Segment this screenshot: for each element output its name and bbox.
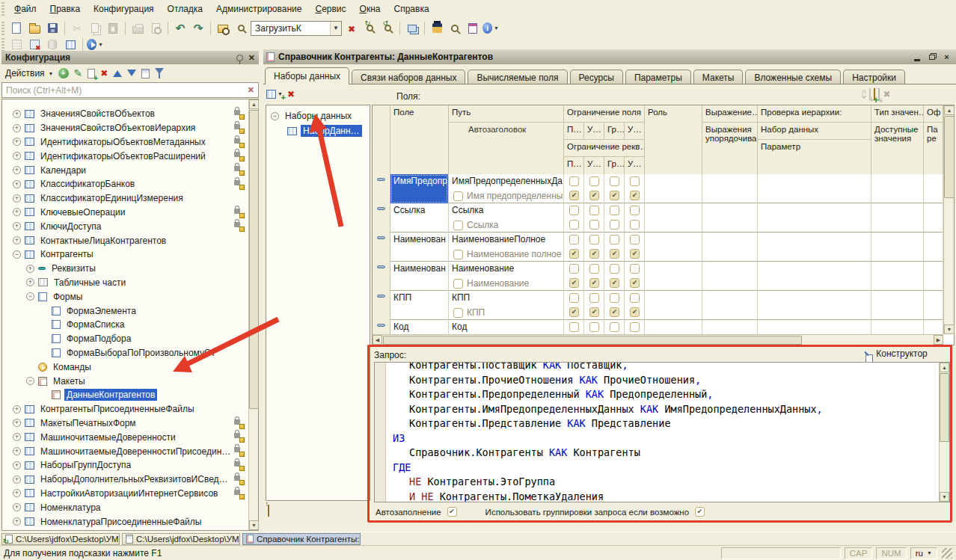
scroll-up-icon[interactable]: ▲ bbox=[944, 105, 955, 115]
empty-cell[interactable] bbox=[645, 262, 702, 291]
find-next-button[interactable] bbox=[361, 20, 378, 37]
config-tree-item[interactable]: ФормаВыбораПоПроизвольномуОт bbox=[2, 346, 258, 360]
column-header-path[interactable]: Путь bbox=[449, 105, 564, 123]
column-header-u2[interactable]: У… bbox=[625, 123, 645, 140]
attr-restriction-checkbox[interactable] bbox=[569, 278, 579, 288]
auto-title-checkbox[interactable] bbox=[453, 250, 463, 259]
find-prev-button[interactable] bbox=[379, 20, 396, 37]
column-header-attr-restriction[interactable]: Ограничение рекв… bbox=[564, 140, 645, 157]
tab-Макеты[interactable]: Макеты bbox=[693, 70, 744, 84]
add-dataset-button[interactable]: + ▼ bbox=[266, 90, 283, 99]
about-button[interactable]: i▼ bbox=[482, 20, 499, 37]
syntax-check-button[interactable] bbox=[447, 20, 463, 37]
column-header-p2[interactable]: П… bbox=[564, 157, 584, 174]
empty-cell[interactable] bbox=[871, 262, 924, 291]
expand-icon[interactable]: + bbox=[13, 461, 21, 470]
field-cell[interactable]: Код bbox=[390, 320, 449, 334]
config-tree-item[interactable]: +КлассификаторБанков bbox=[2, 177, 258, 191]
add-folder-button[interactable] bbox=[874, 89, 875, 99]
scroll-up-icon[interactable]: ▲ bbox=[249, 99, 259, 109]
column-header-expression[interactable]: Выражение… bbox=[702, 105, 758, 123]
auto-title-checkbox[interactable] bbox=[453, 279, 463, 289]
empty-cell[interactable] bbox=[924, 291, 943, 320]
expand-icon[interactable]: + bbox=[13, 110, 21, 118]
clear-search-button[interactable] bbox=[343, 20, 360, 37]
config-tree-item[interactable]: +НоменклатураПрисоединенныеФайлы bbox=[2, 514, 258, 529]
column-header-field[interactable]: Поле bbox=[390, 105, 449, 174]
empty-cell[interactable] bbox=[871, 174, 924, 203]
config-tree-item[interactable]: −Макеты bbox=[2, 374, 258, 388]
config-tree-item[interactable]: +Календари bbox=[2, 163, 258, 177]
field-restriction-checkbox[interactable] bbox=[610, 206, 619, 215]
config-tree-item[interactable]: +НаборыГруппДоступа bbox=[2, 458, 258, 473]
column-header-u3[interactable]: У… bbox=[584, 157, 604, 174]
filter-button[interactable] bbox=[155, 68, 164, 79]
column-header-u[interactable]: У… bbox=[584, 123, 604, 140]
empty-cell[interactable] bbox=[924, 233, 943, 262]
fields-table-hscrollbar[interactable]: ◀ ▶ bbox=[373, 334, 943, 345]
help-book-button[interactable] bbox=[465, 20, 481, 37]
move-up-button[interactable] bbox=[113, 70, 122, 77]
empty-cell[interactable] bbox=[871, 233, 924, 262]
expand-icon[interactable]: + bbox=[26, 278, 34, 286]
empty-cell[interactable] bbox=[702, 262, 758, 291]
collapse-icon[interactable]: − bbox=[26, 377, 34, 385]
menu-Справка[interactable]: Справка bbox=[387, 1, 435, 16]
expand-icon[interactable]: + bbox=[13, 194, 21, 203]
expand-icon[interactable]: + bbox=[13, 447, 21, 455]
field-restriction-checkbox[interactable] bbox=[610, 176, 619, 186]
attr-restriction-checkbox[interactable] bbox=[569, 307, 579, 317]
minimize-button[interactable] bbox=[910, 52, 923, 63]
menu-Отладка[interactable]: Отладка bbox=[161, 1, 209, 16]
empty-cell[interactable] bbox=[924, 320, 943, 334]
add-button[interactable]: + bbox=[58, 68, 69, 79]
expand-icon[interactable]: + bbox=[13, 236, 21, 244]
empty-cell[interactable] bbox=[758, 320, 871, 334]
field-cell[interactable]: Наименован bbox=[390, 262, 449, 291]
close-window-button[interactable]: × bbox=[940, 52, 953, 63]
config-tree-item[interactable]: +КонтрагентыПрисоединенныеФайлы bbox=[2, 402, 258, 416]
delete-dataset-button[interactable] bbox=[287, 88, 295, 99]
toolbar-grip[interactable] bbox=[1, 22, 4, 35]
empty-cell[interactable] bbox=[871, 291, 924, 320]
column-header-appearance[interactable]: Оф bbox=[924, 105, 943, 123]
collapse-icon[interactable]: − bbox=[271, 112, 279, 120]
tab-Ресурсы[interactable]: Ресурсы bbox=[570, 70, 623, 84]
field-restriction-checkbox[interactable] bbox=[630, 264, 640, 274]
expand-icon[interactable]: + bbox=[13, 503, 21, 511]
column-header-u4[interactable]: У… bbox=[625, 157, 645, 174]
field-restriction-checkbox[interactable] bbox=[589, 264, 599, 274]
cut-button[interactable] bbox=[69, 20, 85, 37]
restore-button[interactable] bbox=[925, 52, 938, 63]
attr-restriction-checkbox[interactable] bbox=[630, 307, 640, 317]
empty-cell[interactable] bbox=[645, 291, 702, 320]
tab-Вложенные схемы[interactable]: Вложенные схемы bbox=[745, 70, 841, 84]
collapse-icon[interactable]: − bbox=[13, 250, 21, 259]
field-cell[interactable]: ИмяПредопр bbox=[390, 174, 449, 203]
config-tree-item[interactable]: +ЗначенияСвойствОбъектов bbox=[2, 107, 258, 121]
field-restriction-checkbox[interactable] bbox=[630, 322, 640, 332]
config-tree-item[interactable]: +КлассификаторЕдиницИзмерения bbox=[2, 191, 258, 206]
menu-Окна[interactable]: Окна bbox=[353, 1, 387, 16]
field-cell[interactable]: КПП bbox=[390, 291, 449, 320]
undo-button[interactable] bbox=[172, 20, 189, 37]
path-cell[interactable]: КодКод bbox=[449, 320, 564, 334]
paste-button[interactable] bbox=[105, 20, 121, 37]
field-row[interactable]: СсылкаСсылкаСсылка bbox=[373, 203, 943, 233]
close-icon[interactable]: ✕ bbox=[248, 53, 255, 63]
config-tree-item[interactable]: ФормаПодбора bbox=[2, 332, 258, 346]
auto-title-checkbox[interactable] bbox=[453, 221, 463, 230]
attr-restriction-checkbox[interactable] bbox=[630, 191, 640, 200]
tab-Настройки[interactable]: Настройки bbox=[843, 70, 905, 84]
field-row[interactable]: КодКодКод bbox=[373, 320, 943, 334]
auto-title-checkbox[interactable] bbox=[453, 308, 463, 318]
empty-cell[interactable] bbox=[758, 174, 871, 203]
config-tree-item[interactable]: +КлючиДоступа bbox=[2, 219, 258, 233]
add-table-button[interactable] bbox=[878, 89, 880, 99]
tab-Параметры[interactable]: Параметры bbox=[625, 70, 691, 84]
column-header-hierarchy-check[interactable]: Проверка иерархии: bbox=[758, 105, 871, 123]
empty-cell[interactable] bbox=[645, 174, 702, 203]
column-header-available-values[interactable]: Доступные значения bbox=[871, 123, 924, 174]
window-titlebar[interactable]: Справочник Контрагенты: ДанныеКонтрагент… bbox=[263, 49, 956, 64]
copy-field-button[interactable] bbox=[869, 89, 871, 99]
